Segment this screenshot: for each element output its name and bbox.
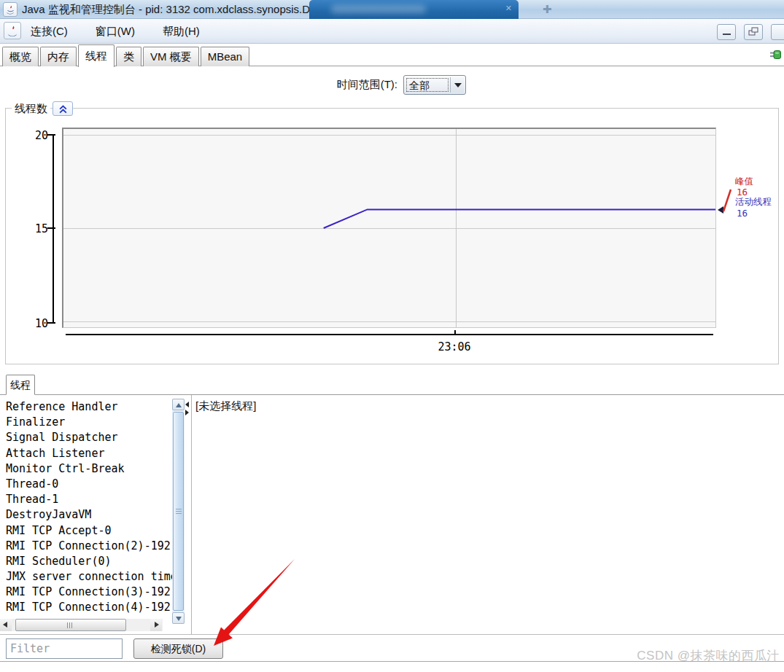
thumb-grip-icon [67,622,72,628]
time-range-value: 全部 [406,78,449,92]
java-logo-icon [3,2,18,17]
chevron-down-icon [454,83,462,87]
threads-subtab[interactable]: 线程 [6,375,35,395]
scroll-down-button[interactable] [172,612,185,624]
new-tab-plus-icon: ✚ [543,3,552,16]
subtab-divider [0,394,784,395]
splitter-collapse-icon [185,402,189,407]
jconsole-window: Java 监视和管理控制台 - pid: 3132 com.xdclass.sy… [0,0,784,672]
y-axis-tick [47,227,55,229]
scroll-up-button[interactable] [172,399,185,410]
tab-bar: 概览内存线程类VM 概要MBean [0,44,784,66]
thread-list-item[interactable]: Monitor Ctrl-Break [6,461,172,477]
groupbox-title: 线程数 [12,102,50,116]
horizontal-scrollbar[interactable] [0,619,163,631]
tab[interactable]: 线程 [78,44,115,67]
frame-minimize-button[interactable] [717,24,736,40]
thread-list-item[interactable]: JMX server connection timeou [6,569,172,585]
frame-restore-icon [745,25,762,39]
tab[interactable]: MBean [201,47,250,66]
tab[interactable]: 概览 [2,47,39,66]
thread-list-item[interactable]: RMI TCP Connection(2)-192.16 [6,539,172,554]
legend-live-label: 活动线程 [735,196,772,208]
arrow-up-icon [176,403,182,407]
tab[interactable]: 类 [116,47,141,66]
double-chevron-up-icon [58,105,68,114]
thread-list-item[interactable]: Attach Listener [6,446,172,461]
scroll-left-button[interactable] [0,619,12,631]
splitter-expand-icon [185,410,189,415]
blurred-tab-text [331,5,426,13]
tab[interactable]: 内存 [40,47,77,66]
split-divider[interactable] [191,395,192,634]
frame-minimize-icon [723,34,731,35]
titlebar-overlay-tab: ✕ [309,0,519,19]
x-axis-line [66,334,713,335]
thread-list-item[interactable]: Thread-0 [6,477,172,492]
vertical-scrollbar[interactable] [172,399,185,624]
titlebar: Java 监视和管理控制台 - pid: 3132 com.xdclass.sy… [0,0,784,19]
y-tick-label: 15 [29,222,48,235]
thread-list-item[interactable]: Finalizer [6,415,172,430]
thread-list-item[interactable]: DestroyJavaVM [6,507,172,523]
legend-pointer-line [721,187,734,217]
thread-list-item[interactable]: Signal Dispatcher [6,430,172,445]
filter-row-divider [0,634,784,635]
frame-close-button[interactable] [771,24,784,40]
menubar: 连接(C)窗口(W)帮助(H) [0,19,784,44]
time-range-combobox[interactable]: 全部 [403,75,466,95]
arrow-left-icon [3,622,7,628]
legend-live-value: 16 [737,208,748,219]
thread-list-item[interactable]: RMI Scheduler(0) [6,554,172,569]
thread-list-item[interactable]: RMI TCP Accept-0 [6,523,172,539]
x-axis-tick [454,330,456,335]
y-tick-label: 20 [29,129,48,142]
y-axis-line [53,135,54,324]
filter-input[interactable] [6,638,123,659]
menu-items: 连接(C)窗口(W)帮助(H) [26,23,204,41]
thread-list-item[interactable]: Thread-1 [6,492,172,507]
thread-count-line [324,209,715,228]
thread-list-item[interactable]: RMI TCP Connection(5)-192.16 [6,616,172,618]
chart-expand-button[interactable] [53,101,73,116]
y-axis-tick [47,322,55,324]
y-tick-label: 10 [29,317,48,330]
tab-close-icon: ✕ [505,4,512,13]
frame-restore-button[interactable] [744,24,763,40]
annotation-arrow [206,555,300,649]
chart-plot-area [62,128,716,328]
y-axis-tick [47,134,55,136]
tab[interactable]: VM 概要 [143,47,199,66]
arrow-shaft [222,559,295,636]
menu-item[interactable]: 窗口(W) [91,23,139,41]
splitter-handle[interactable] [185,402,191,415]
x-tick-label: 23:06 [432,340,476,353]
arrow-down-icon [176,617,182,621]
connection-status-icon[interactable] [769,50,782,60]
tabs: 概览内存线程类VM 概要MBean [2,44,251,66]
thread-list-item[interactable]: RMI TCP Connection(4)-192.16 [6,600,172,615]
arrow-right-icon [155,622,159,628]
thumb-grip-icon [176,509,182,515]
thread-list-item[interactable]: Reference Handler [6,399,172,415]
thread-list-item[interactable]: RMI TCP Connection(3)-192.16 [6,585,172,600]
menu-item[interactable]: 帮助(H) [158,23,204,41]
thread-detail-placeholder: [未选择线程] [195,399,256,413]
watermark: CSDN @抹茶味的西瓜汁 [488,647,780,664]
time-range-label: 时间范围(T): [255,78,397,92]
horizontal-scrollbar-thumb[interactable] [15,619,126,631]
thread-list: Reference HandlerFinalizerSignal Dispatc… [0,396,172,618]
internal-frame-controls [717,24,784,40]
menu-item[interactable]: 连接(C) [26,23,72,41]
java-mini-icon [4,22,21,39]
scroll-right-button[interactable] [150,619,162,631]
vertical-scrollbar-thumb[interactable] [173,412,184,611]
combobox-dropdown-button[interactable] [450,77,464,93]
